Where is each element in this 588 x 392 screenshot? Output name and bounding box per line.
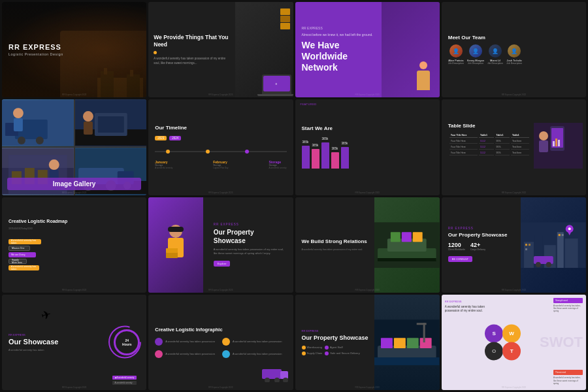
infographic-title: Creative Logistic Infographic (155, 327, 222, 333)
worldwide-desc: Almost before we knew it, we had left th… (302, 33, 374, 37)
team-member-1: 👤 Alice Patricia Job Description (448, 44, 464, 65)
svg-rect-83 (417, 323, 427, 325)
bar-1: 365k (302, 140, 310, 169)
truck-illustration (261, 366, 290, 385)
watermark-14: RR Express Copyright 2023 (208, 386, 233, 389)
infographic-text-4: A wonderful serenity has taken possessio… (233, 352, 282, 355)
timeline-node-2 (206, 150, 210, 154)
swot-diagram: S W O T (485, 324, 521, 360)
provide-title: We Provide Things That You Need (154, 34, 231, 48)
timeline-items: January Storage A wonderful serenity Feb… (155, 160, 286, 169)
team-member-2: 👤 Kenny Morgan Job Description (467, 44, 484, 65)
timeline-node-1 (166, 150, 170, 154)
cell-2-1: Your Title Here (449, 145, 478, 150)
stats-title: Start We Are (302, 125, 333, 131)
stat-cargo-num: 42+ (470, 242, 485, 248)
swot-o-circle: O (485, 342, 503, 360)
svg-rect-80 (407, 338, 419, 348)
swot-text-boxes: Strength need A wonderful serenity has t… (553, 298, 583, 313)
slide-10-property: RR EXPRESS Our Property Showcase A wonde… (148, 197, 293, 293)
svg-rect-43 (168, 227, 184, 232)
bar-1-bar (302, 146, 310, 169)
slide-15-property3: RR EXPRESS Our Property Showcase Warehou… (295, 295, 440, 390)
bar-1-num: 365k (302, 140, 309, 144)
rr-express-title: RR EXPRESS (8, 43, 63, 51)
cell-2-2: 5112 (479, 145, 493, 150)
provide-text: A wonderful serenity has taken possessio… (154, 57, 231, 65)
swot-description: A wonderful serenity has taken possessio… (445, 305, 495, 314)
timeline-item-1: January Storage A wonderful serenity (155, 160, 172, 169)
stat-cargo-label: Cargo Delivery (470, 248, 485, 251)
svg-point-16 (83, 111, 93, 122)
infographic-icon-4 (222, 350, 230, 358)
provide-image-area: ≡ (235, 2, 293, 97)
pin-agent: Agent Staff (325, 346, 343, 350)
timeline-node-3 (245, 150, 249, 154)
property-10-button[interactable]: Explore (214, 261, 231, 267)
bar-4-num: 365k (332, 147, 338, 150)
property3-content: RR EXPRESS Our Property Showcase Warehou… (302, 329, 368, 355)
cell-1-2: 5112 (479, 139, 493, 144)
infographic-icon-3 (155, 350, 163, 358)
watermark-9: RR Express Copyright 2023 (62, 289, 86, 291)
pin-dot-3 (302, 351, 306, 355)
showcase-label: RR EXPRESS (8, 333, 58, 336)
table-row: Your Title Here 5112 95% Text Item (449, 139, 529, 144)
swot-title-large: SWOT (540, 334, 583, 351)
timeline-line (155, 151, 286, 152)
showcase-title: Our Showcase (8, 338, 58, 346)
laptop-base (257, 94, 293, 96)
svg-point-66 (546, 262, 551, 267)
property3-label: RR EXPRESS (302, 329, 368, 333)
property-10-title: Our Property Showcase (214, 228, 287, 245)
svg-rect-37 (539, 140, 548, 152)
property-text-area: RR EXPRESS Our Property Showcase A wonde… (214, 223, 287, 267)
swot-left-text: RR EXPRESS A wonderful serenity has take… (445, 300, 495, 314)
slide-14-infographic: Creative Logistic Infographic A wonderfu… (148, 295, 293, 390)
showcase-content: RR EXPRESS Our Showcase A wonderful sere… (8, 333, 58, 351)
slide-16-swot: RR EXPRESS A wonderful serenity has take… (442, 295, 586, 390)
pin-safe: Safe and Secure Delivery (325, 351, 359, 355)
avatar-1: 👤 (449, 44, 463, 57)
clock-arc (107, 324, 143, 360)
infographic-icon-1 (155, 338, 163, 346)
timeline-item-3: Storage Storage A wonderful serenity (269, 160, 286, 169)
property3-title: Our Property Showcase (302, 335, 368, 342)
svg-rect-63 (562, 234, 564, 236)
col-1-header: Your Title Here (449, 133, 478, 138)
avatar-2: 👤 (469, 44, 482, 57)
table-row: Your Title Here 5112 95% Text Item (449, 151, 529, 155)
watermark-16: RR Express Copyright 2023 (502, 386, 526, 389)
swot-circles-container: S W O T (485, 324, 521, 360)
rr-express-subtitle: Logistic Presentation Design (8, 52, 63, 56)
bar-2: 365k (312, 144, 319, 169)
infographic-text-2: A wonderful serenity has taken possessio… (233, 340, 282, 343)
stat-clients: 1200 Client Worldwide (448, 242, 465, 251)
relations-text: We Build Strong Relations A wonderful se… (302, 238, 370, 250)
svg-rect-1 (101, 71, 114, 97)
avatar-4: 👤 (508, 44, 521, 57)
svg-rect-57 (557, 232, 564, 268)
pin-dot-1 (302, 346, 306, 350)
bar-5-num: 365k (342, 142, 348, 145)
city-background (521, 197, 586, 293)
col-3-header: Table1 (495, 133, 510, 138)
member-2-role: Job Description (468, 62, 483, 65)
cell-3-3: 95% (495, 151, 510, 155)
cell-3-2: 5112 (479, 151, 493, 155)
pin-label-1: Warehousing (307, 346, 322, 349)
person-silhouette (410, 61, 436, 97)
swot-threat-label: Threat need (553, 370, 583, 375)
bar-2-bar (312, 149, 319, 169)
svg-point-7 (18, 137, 25, 144)
gallery-overlay: Image Gallery (7, 178, 141, 190)
factory-illustration (94, 65, 146, 97)
watermark-6: RR Express Copyright 2023 (208, 191, 233, 194)
infographic-text-3: A wonderful serenity has taken possessio… (165, 352, 215, 355)
svg-rect-51 (413, 232, 423, 242)
location-pins: Warehousing Agent Staff (302, 346, 368, 350)
property-12-button[interactable]: BE CONSULT (448, 256, 472, 262)
bar-chart: 365k 365k 365k 365k 365k (302, 137, 349, 169)
infographic-item-2: A wonderful serenity has taken possessio… (222, 338, 287, 346)
svg-point-10 (13, 108, 24, 118)
